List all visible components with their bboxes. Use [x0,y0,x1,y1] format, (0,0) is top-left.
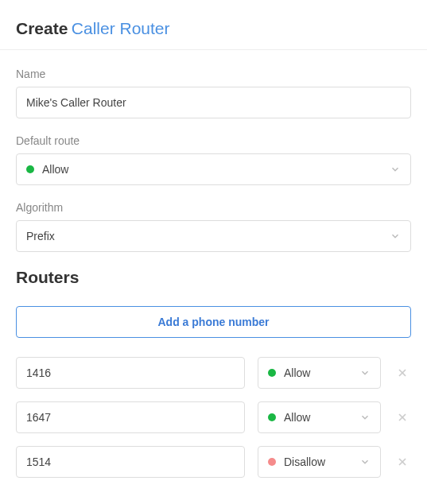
remove-row-button[interactable] [394,409,411,426]
name-input[interactable] [16,87,411,118]
remove-row-button[interactable] [394,453,411,471]
chevron-down-icon [390,164,401,175]
chevron-down-icon [359,367,371,378]
router-route-select[interactable]: Allow [258,357,381,389]
status-dot-icon [268,369,276,377]
header-create-word: Create [16,19,68,37]
name-group: Name [16,68,411,118]
status-dot-icon [268,413,276,421]
chevron-down-icon [390,231,401,242]
router-row: Disallow [16,446,411,478]
close-icon [396,456,409,468]
router-route-select[interactable]: Allow [258,401,381,433]
router-row: Allow [16,401,411,433]
status-dot-icon [268,458,276,466]
name-label: Name [16,68,411,80]
router-route-value: Allow [284,411,359,424]
algorithm-group: Algorithm Prefix [16,201,411,252]
router-route-value: Disallow [284,456,359,468]
router-number-input[interactable] [16,446,245,478]
router-number-input[interactable] [16,357,245,389]
chevron-down-icon [359,412,371,423]
header-title: Caller Router [72,19,170,37]
router-number-input[interactable] [16,401,245,433]
page-header: Create Caller Router [0,0,427,50]
algorithm-value: Prefix [26,230,390,242]
default-route-label: Default route [16,134,411,147]
algorithm-select[interactable]: Prefix [16,220,411,252]
status-dot-icon [26,165,34,173]
remove-row-button[interactable] [394,364,411,382]
router-rows: Allow Allow [16,357,411,478]
default-route-select[interactable]: Allow [16,153,411,185]
chevron-down-icon [359,456,371,467]
algorithm-label: Algorithm [16,201,411,214]
form-body: Name Default route Allow Algorithm Prefi… [0,50,427,504]
router-route-value: Allow [284,366,359,379]
default-route-value: Allow [42,163,390,176]
close-icon [396,411,409,424]
router-row: Allow [16,357,411,389]
router-route-select[interactable]: Disallow [258,446,381,478]
default-route-group: Default route Allow [16,134,411,185]
routers-title: Routers [16,268,411,287]
close-icon [396,366,409,379]
add-phone-number-button[interactable]: Add a phone number [16,306,411,338]
